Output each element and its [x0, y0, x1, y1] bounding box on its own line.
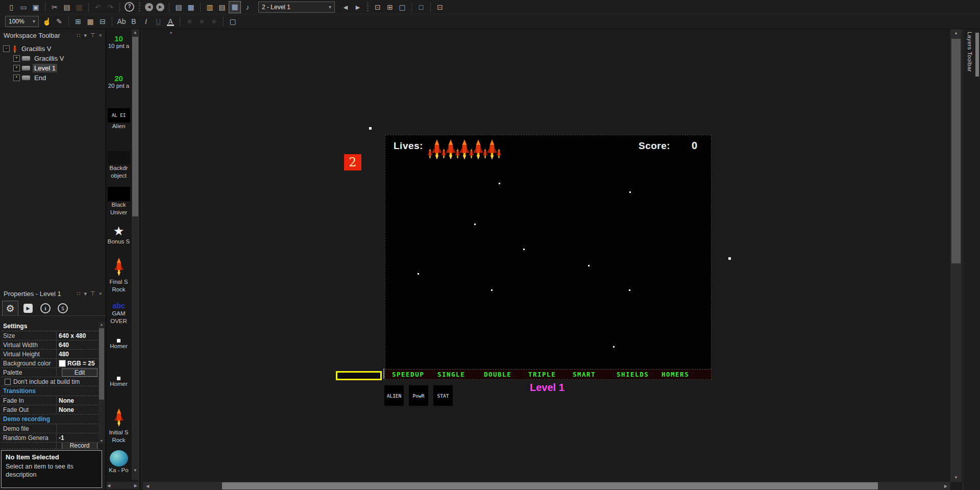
resize-handles-icon[interactable]: ▢: [227, 16, 238, 27]
scroll-down-icon[interactable]: ▼: [954, 475, 958, 480]
object-item-alien[interactable]: AL EIAlien: [106, 108, 132, 130]
snap-to-grid-icon[interactable]: ⊟: [97, 16, 108, 27]
pan-hand-icon[interactable]: ☝: [41, 16, 53, 27]
game-frame[interactable]: Lives: Score: 0 SPEEDUPSINGLEDOUBLETRIPL…: [385, 135, 712, 380]
checkbox-icon[interactable]: [5, 379, 11, 385]
marker-object[interactable]: 2: [344, 154, 361, 170]
help-icon[interactable]: ?: [125, 2, 134, 12]
previous-frame-icon[interactable]: ◀: [340, 2, 351, 13]
tree-item-gracillis-v[interactable]: -Gracillis V: [0, 44, 106, 54]
scroll-left-icon[interactable]: ◀: [107, 483, 110, 488]
pin-icon[interactable]: ⊤: [90, 32, 95, 39]
tree-expander-icon[interactable]: -: [3, 45, 10, 52]
property-value[interactable]: RGB = 25: [56, 359, 99, 368]
property-value[interactable]: Edit: [56, 368, 99, 377]
tree-expander-icon[interactable]: +: [13, 65, 20, 71]
runtime-tab[interactable]: ▶: [20, 301, 36, 315]
undo-icon[interactable]: ↶: [92, 2, 104, 13]
object-item-20-pnt-a[interactable]: 2020 pnt a: [106, 75, 132, 90]
copy-icon[interactable]: ▤: [61, 2, 72, 13]
object-item-final-s-rock[interactable]: Final SRock: [106, 258, 132, 293]
new-frame-icon[interactable]: ⊞: [384, 2, 396, 13]
property-button[interactable]: Record: [62, 443, 97, 449]
property-value[interactable]: None: [56, 405, 99, 414]
clone-frame-icon[interactable]: ▢: [397, 2, 408, 13]
object-item-10-pnt-a[interactable]: 1010 pnt a: [106, 35, 132, 50]
cut-icon[interactable]: ✂: [49, 2, 60, 13]
chevron-down-icon[interactable]: ▾: [84, 290, 87, 297]
game-object-button-alien[interactable]: ALIEN: [384, 385, 404, 406]
object-item-backdr-object[interactable]: Backdrobject: [106, 151, 132, 180]
storyboard-editor-icon[interactable]: ▤: [173, 2, 184, 13]
next-frame-icon[interactable]: ▶: [352, 2, 363, 13]
tree-item-level-1[interactable]: +Level 1: [0, 63, 106, 73]
italic-icon[interactable]: I: [140, 16, 152, 27]
object-item-bonus-s[interactable]: ★Bonus S: [106, 225, 132, 246]
property-value[interactable]: Record: [56, 443, 99, 449]
object-item-homer[interactable]: Homer: [106, 377, 132, 388]
close-icon[interactable]: ×: [99, 32, 102, 38]
align-right-icon[interactable]: ≡: [208, 16, 219, 27]
scrollbar-thumb[interactable]: [99, 328, 104, 400]
editor-vscrollbar[interactable]: ▲ ▼: [950, 29, 962, 482]
new-file-icon[interactable]: ▯: [6, 2, 17, 13]
player-ship-placeholder[interactable]: [336, 371, 382, 380]
pin-icon[interactable]: ⊤: [90, 290, 95, 297]
scroll-down-icon[interactable]: ▼: [99, 438, 105, 444]
redo-icon[interactable]: ↷: [105, 2, 116, 13]
property-value[interactable]: 640: [56, 340, 99, 349]
html5-tab[interactable]: 5: [55, 301, 70, 315]
properties-scrollbar[interactable]: ▲ ▼: [99, 322, 105, 444]
event-editor-icon[interactable]: ▥: [204, 2, 215, 13]
align-center-icon[interactable]: ≡: [196, 16, 207, 27]
game-object-button-powr[interactable]: PowR: [409, 385, 428, 406]
property-button[interactable]: Edit: [62, 369, 97, 377]
scroll-up-icon[interactable]: ▲: [133, 30, 137, 35]
open-file-icon[interactable]: ▭: [18, 2, 29, 13]
tree-expander-icon[interactable]: +: [13, 75, 20, 81]
object-list-scrollbar[interactable]: ▲ ▼: [132, 29, 139, 480]
panel-divider[interactable]: [139, 29, 141, 490]
underline-icon[interactable]: U: [153, 16, 164, 27]
object-item-ka-po[interactable]: Ka - Po: [106, 450, 132, 474]
scroll-right-icon[interactable]: ▶: [944, 484, 947, 488]
tree-item-end[interactable]: +End: [0, 73, 106, 83]
object-item-homer[interactable]: Homer: [106, 339, 132, 350]
edit-tool-icon[interactable]: ✎: [54, 16, 65, 27]
event-list-editor-icon[interactable]: ▤: [216, 2, 228, 13]
settings-tab[interactable]: ⚙: [2, 301, 18, 315]
insert-object-icon[interactable]: ⊡: [372, 2, 383, 13]
game-object-button-stat[interactable]: STAT: [433, 385, 453, 406]
frame-selector[interactable]: 2 - Level 1 ▾: [258, 2, 335, 13]
color-swatch-icon[interactable]: [59, 360, 66, 367]
scroll-right-icon[interactable]: ▶: [134, 483, 137, 488]
sound-icon[interactable]: ♪: [242, 2, 253, 13]
layout-editor-icon[interactable]: ▦: [229, 1, 241, 13]
zoom-selector[interactable]: 100% ▾: [5, 16, 39, 27]
object-item-initial-s-rock[interactable]: Initial SRock: [106, 408, 132, 444]
forward-icon[interactable]: ▶: [156, 3, 164, 11]
scroll-down-icon[interactable]: ▼: [133, 468, 137, 473]
font-color-icon[interactable]: A▾: [165, 16, 176, 27]
about-tab[interactable]: i: [38, 301, 53, 315]
tree-item-gracillis-v[interactable]: +Gracillis V: [0, 54, 106, 63]
scrollbar-thumb[interactable]: [222, 482, 878, 489]
chevron-down-icon[interactable]: ▾: [84, 32, 87, 39]
property-value[interactable]: -1: [56, 433, 99, 442]
editor-hscrollbar[interactable]: ◀ ▶: [143, 482, 950, 490]
frame-editor-icon[interactable]: ▦: [185, 2, 197, 13]
property-value[interactable]: [56, 424, 99, 433]
scrollbar-thumb[interactable]: [132, 37, 138, 216]
show-grid-icon[interactable]: ▦: [85, 16, 96, 27]
property-value[interactable]: 640 x 480: [56, 331, 99, 340]
property-value[interactable]: None: [56, 396, 99, 405]
bold-icon[interactable]: B: [128, 16, 139, 27]
font-icon[interactable]: Ab: [116, 16, 127, 27]
frame-editor-canvas[interactable]: Lives: Score: 0 SPEEDUPSINGLEDOUBLETRIPL…: [141, 29, 950, 482]
tree-expander-icon[interactable]: +: [13, 55, 20, 62]
object-item-black-univer[interactable]: BlackUniver: [106, 187, 132, 216]
frame-properties-icon[interactable]: □: [415, 2, 427, 13]
scroll-left-icon[interactable]: ◀: [146, 484, 149, 488]
property-value[interactable]: 480: [56, 350, 99, 358]
object-item-gam-over[interactable]: abcGAMOVER: [106, 302, 132, 325]
